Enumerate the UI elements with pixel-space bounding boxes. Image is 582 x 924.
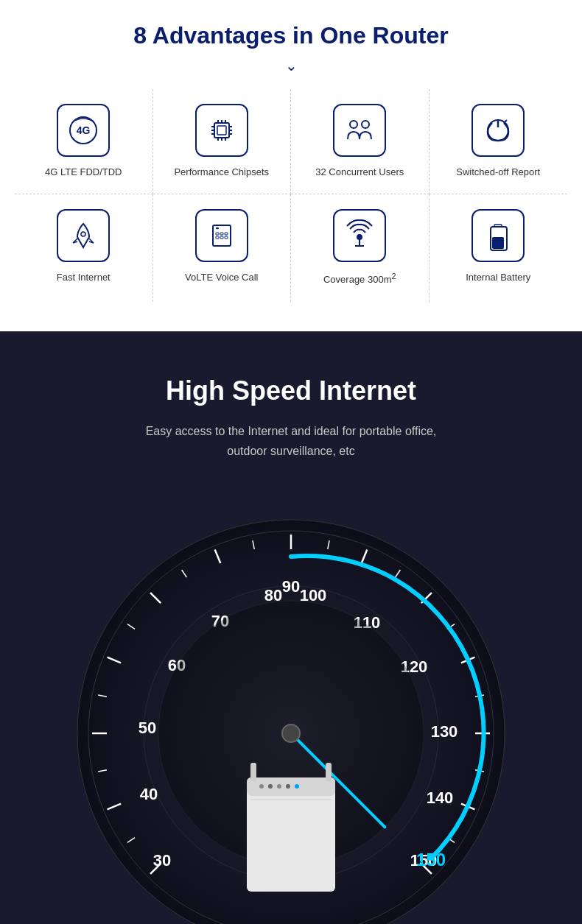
speed-label-40: 40 xyxy=(140,785,158,803)
wifi-icon-box xyxy=(333,209,386,262)
advantage-label-volte: VoLTE Voice Call xyxy=(185,271,258,284)
speed-label-140: 140 xyxy=(427,789,454,807)
svg-point-16 xyxy=(350,121,357,128)
users-icon xyxy=(343,114,376,147)
rocket-icon xyxy=(67,219,99,252)
battery-icon xyxy=(482,219,514,252)
svg-rect-72 xyxy=(250,763,256,781)
svg-point-17 xyxy=(362,121,369,128)
4g-icon-box: 4G xyxy=(57,104,110,157)
switchoff-icon xyxy=(482,114,514,147)
svg-rect-23 xyxy=(220,233,223,235)
svg-text:4G: 4G xyxy=(77,124,91,136)
advantage-label-battery: Internal Battery xyxy=(466,271,530,284)
advantage-item-battery: Internal Battery xyxy=(430,194,568,302)
advantage-item-volte: VoLTE Voice Call xyxy=(153,194,292,302)
advantage-label-chipset: Performance Chipsets xyxy=(174,166,269,179)
4g-icon: 4G xyxy=(67,114,99,147)
svg-rect-27 xyxy=(225,236,228,239)
svg-point-67 xyxy=(259,784,264,789)
svg-point-28 xyxy=(357,235,362,239)
advantages-title: 8 Advantages in One Router xyxy=(15,22,567,49)
advantage-label-4g: 4G LTE FDD/TDD xyxy=(45,166,122,179)
advantage-item-fast: Fast Internet xyxy=(15,194,153,302)
advantage-item-4g: 4G 4G LTE FDD/TDD xyxy=(15,89,153,194)
advantages-section: 8 Advantages in One Router ⌄ 4G 4G LTE F… xyxy=(0,0,582,331)
speed-label-50: 50 xyxy=(139,719,156,737)
speedometer-svg: 30 40 50 60 70 xyxy=(33,490,549,924)
advantage-item-chipset: Performance Chipsets xyxy=(153,89,292,194)
svg-point-69 xyxy=(277,784,281,789)
phone-icon xyxy=(206,219,238,252)
svg-rect-73 xyxy=(326,763,332,781)
advantage-label-fast: Fast Internet xyxy=(57,271,111,284)
wifi-coverage-icon xyxy=(343,219,376,252)
svg-point-70 xyxy=(286,784,290,789)
speedometer-container: 30 40 50 60 70 xyxy=(33,490,549,924)
advantage-label-users: 32 Concurrent Users xyxy=(315,166,404,179)
highspeed-section: High Speed Internet Easy access to the I… xyxy=(0,331,582,924)
advantage-label-coverage: Coverage 300m2 xyxy=(323,271,396,287)
advantage-item-coverage: Coverage 300m2 xyxy=(291,194,430,302)
phone-icon-box xyxy=(195,209,248,262)
svg-rect-25 xyxy=(216,236,219,239)
advantages-grid: 4G 4G LTE FDD/TDD xyxy=(15,89,567,302)
svg-point-71 xyxy=(295,784,299,789)
highspeed-description: Easy access to the Internet and ideal fo… xyxy=(15,421,567,461)
advantage-item-users: 32 Concurrent Users xyxy=(291,89,430,194)
svg-rect-24 xyxy=(225,233,228,235)
chevron-down-icon: ⌄ xyxy=(15,57,567,74)
svg-point-20 xyxy=(81,232,85,236)
svg-rect-3 xyxy=(217,126,226,135)
svg-rect-22 xyxy=(216,233,219,235)
svg-rect-32 xyxy=(494,225,502,227)
speed-label-30: 30 xyxy=(153,851,171,870)
fast-icon-box xyxy=(57,209,110,262)
svg-rect-2 xyxy=(214,123,229,138)
svg-point-68 xyxy=(268,784,273,789)
chipset-icon-box xyxy=(195,104,248,157)
advantage-label-switchoff: Switched-off Report xyxy=(456,166,540,179)
chipset-icon xyxy=(206,114,238,147)
switchoff-icon-box xyxy=(471,104,525,157)
advantage-item-switchoff: Switched-off Report xyxy=(430,89,568,194)
svg-rect-33 xyxy=(493,238,503,248)
speed-highlight-150: 150 xyxy=(416,850,446,870)
speed-label-130: 130 xyxy=(431,722,458,741)
svg-rect-26 xyxy=(220,236,223,239)
highspeed-title: High Speed Internet xyxy=(15,375,567,406)
battery-icon-box xyxy=(471,209,525,262)
users-icon-box xyxy=(333,104,386,157)
